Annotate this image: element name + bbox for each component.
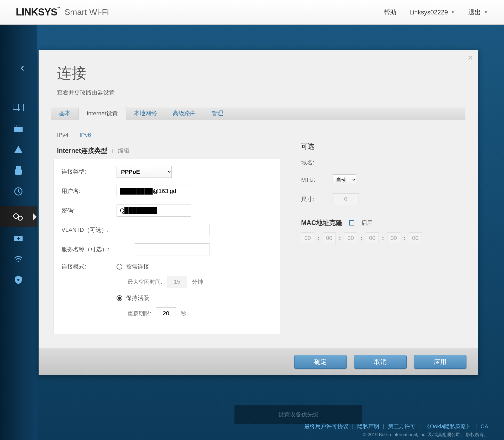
subtab-ipv6[interactable]: IPv6 [80, 132, 91, 138]
modal-footer: 确定 取消 应用 [39, 348, 478, 375]
logout-dropdown[interactable]: 退出 ▼ [468, 8, 488, 17]
username-input[interactable] [117, 185, 191, 197]
redial-label: 重拨期限: [128, 310, 151, 316]
page-footer: 最终用户许可协议| 隐私声明| 第三方许可| 《Ookla隐私策略》| CA ©… [37, 420, 504, 440]
help-link[interactable]: 帮助 [384, 8, 396, 17]
logo-block: LINKSYS™ Smart Wi-Fi [16, 7, 109, 18]
sidebar-item-usb[interactable] [0, 160, 37, 181]
footer-eula-link[interactable]: 最终用户许可协议 [304, 423, 348, 430]
edit-link[interactable]: 编辑 [118, 147, 129, 155]
toolbox-icon [14, 125, 23, 132]
sidebar-item-security[interactable] [0, 269, 37, 290]
page-subtitle: 查看并更改路由器设置 [57, 89, 460, 96]
tab-basic[interactable]: 基本 [51, 107, 78, 120]
mac-part-4: 00 [387, 232, 400, 244]
chevron-down-icon: ▼ [450, 9, 455, 15]
ok-button[interactable]: 确定 [294, 355, 347, 369]
mtu-label: MTU: [301, 176, 333, 183]
footer-ookla-link[interactable]: 《Ookla隐私策略》 [424, 423, 472, 430]
cancel-button[interactable]: 取消 [354, 355, 407, 369]
footer-privacy-link[interactable]: 隐私声明 [357, 423, 379, 430]
tab-advanced-routing[interactable]: 高级路由 [165, 107, 204, 120]
apply-button[interactable]: 应用 [414, 355, 466, 369]
mac-part-3: 00 [366, 232, 379, 244]
size-input [333, 193, 359, 205]
wifi-icon [13, 255, 23, 262]
mac-clone-title: MAC地址克隆 [301, 218, 342, 227]
footer-ca-link[interactable]: CA [481, 423, 488, 430]
keep-alive-label: 保持活跃 [126, 294, 149, 302]
radio-on-demand[interactable] [117, 264, 122, 270]
shield-icon [14, 275, 22, 285]
size-label: 尺寸: [301, 195, 333, 203]
tab-local-network[interactable]: 本地网络 [126, 107, 165, 120]
clock-icon [14, 187, 23, 196]
svg-point-8 [18, 216, 22, 220]
svg-rect-3 [17, 125, 20, 127]
firstaid-icon [14, 234, 23, 242]
back-arrow-icon[interactable]: ‹ [20, 61, 24, 74]
close-icon[interactable]: ✕ [467, 53, 473, 62]
gear-icon [13, 213, 24, 221]
vlan-label: VLAN ID（可选）: [61, 226, 135, 234]
mtu-select[interactable]: 自动 [333, 174, 356, 185]
sidebar-item-wifi[interactable] [0, 248, 37, 269]
mac-part-1: 00 [323, 232, 336, 244]
conn-mode-label: 连接模式: [61, 263, 117, 271]
svg-point-7 [14, 214, 18, 218]
max-idle-label: 最大空闲时间: [128, 279, 162, 285]
max-idle-input [167, 276, 187, 288]
top-header: LINKSYS™ Smart Wi-Fi 帮助 Linksys02229 ▼ 退… [0, 0, 504, 25]
sidebar-item-clock[interactable] [0, 181, 37, 202]
mac-part-5: 00 [409, 232, 422, 244]
mac-part-0: 00 [301, 232, 314, 244]
svg-point-10 [18, 261, 19, 262]
svg-rect-0 [13, 105, 20, 110]
svg-point-11 [17, 279, 19, 281]
enable-label: 启用 [361, 219, 373, 227]
domain-label: 域名: [301, 159, 333, 167]
sidebar-item-devices[interactable] [0, 97, 37, 118]
tab-internet-settings[interactable]: Internet设置 [78, 107, 126, 120]
subtab-ipv4[interactable]: IPv4 [57, 132, 69, 138]
usb-icon [14, 166, 22, 175]
account-dropdown[interactable]: Linksys02229 ▼ [410, 9, 455, 16]
service-name-input[interactable] [135, 243, 209, 255]
redial-input[interactable] [156, 307, 176, 319]
optional-title: 可选 [301, 142, 422, 151]
tab-admin[interactable]: 管理 [204, 107, 231, 120]
sidebar: ‹ [0, 25, 37, 440]
seconds-label: 秒 [181, 310, 186, 316]
sidebar-item-warning[interactable] [0, 139, 37, 160]
smart-wifi-label: Smart Wi-Fi [65, 7, 109, 17]
svg-rect-5 [15, 169, 22, 175]
account-name: Linksys02229 [410, 9, 448, 16]
sidebar-item-firstaid[interactable] [0, 227, 37, 248]
mac-part-2: 00 [344, 232, 357, 244]
warning-icon [14, 145, 23, 154]
minutes-label: 分钟 [192, 279, 203, 285]
linksys-logo: LINKSYS™ [16, 7, 60, 18]
mac-enable-checkbox[interactable] [349, 220, 354, 226]
sidebar-item-settings[interactable] [0, 206, 37, 227]
conn-type-select[interactable]: PPPoE [117, 166, 172, 178]
password-input[interactable] [117, 205, 191, 217]
sidebar-item-toolbox[interactable] [0, 118, 37, 139]
svg-rect-4 [16, 166, 21, 169]
service-name-label: 服务名称（可选）: [61, 245, 135, 253]
chevron-down-icon: ▼ [484, 9, 488, 15]
settings-panel: ✕ 连接 查看并更改路由器设置 基本 Internet设置 本地网络 高级路由 … [39, 50, 478, 375]
on-demand-label: 按需连接 [126, 263, 149, 271]
devices-icon [13, 104, 24, 111]
svg-rect-2 [14, 127, 23, 132]
mac-address-row: 00: 00: 00: 00: 00: 00 [301, 232, 422, 244]
connection-form-card: 连接类型: PPPoE 用户名: 密码: VLAN ID（可选） [53, 159, 280, 334]
page-title: 连接 [57, 63, 460, 83]
vlan-input[interactable] [135, 224, 209, 236]
section-title: Internet连接类型 [57, 146, 107, 155]
username-label: 用户名: [61, 187, 117, 195]
footer-thirdparty-link[interactable]: 第三方许可 [388, 423, 416, 430]
conn-type-label: 连接类型: [61, 168, 117, 176]
radio-keep-alive[interactable] [117, 295, 122, 301]
logout-label: 退出 [468, 8, 481, 17]
